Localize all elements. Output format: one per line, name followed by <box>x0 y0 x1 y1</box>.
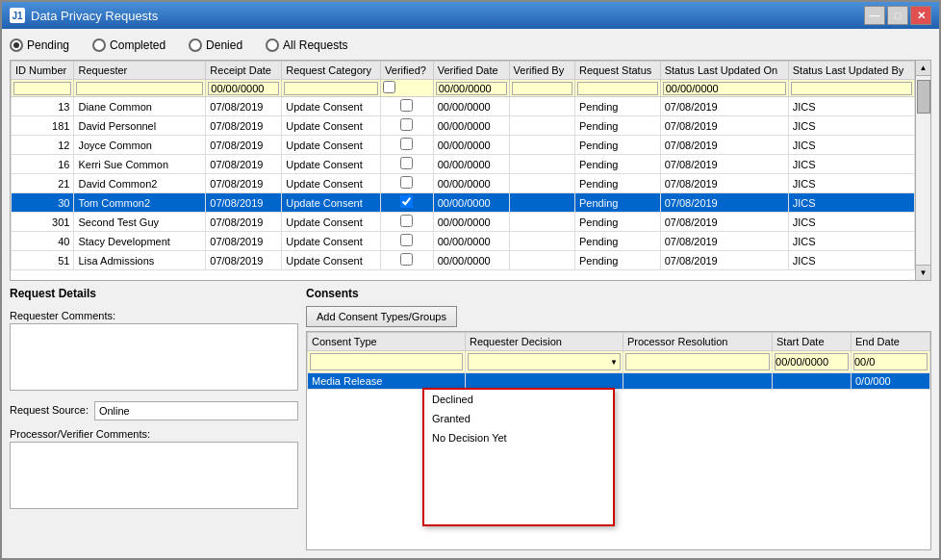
requester-decision-dropdown[interactable]: Declined Granted No Decision Yet <box>422 388 615 526</box>
verified-checkbox[interactable] <box>400 176 413 189</box>
filter-verified-date[interactable] <box>436 82 507 95</box>
table-row[interactable]: 301Second Test Guy07/08/2019Update Conse… <box>12 213 915 232</box>
content-area: Pending Completed Denied All Requests <box>2 29 939 558</box>
consents-table-wrapper: Consent Type Requester Decision Processo… <box>306 331 931 550</box>
radio-denied-circle[interactable] <box>189 38 202 52</box>
title-bar: J1 Data Privacy Requests — □ ✕ <box>2 2 939 29</box>
filter-status[interactable] <box>577 82 658 95</box>
processor-resolution-cell <box>623 373 772 390</box>
dropdown-item-granted[interactable]: Granted <box>424 409 613 428</box>
col-start-date: Start Date <box>773 333 852 351</box>
requester-comments-field: Requester Comments: <box>10 310 298 394</box>
verified-checkbox[interactable] <box>400 215 413 227</box>
radio-denied-label: Denied <box>206 38 242 52</box>
col-processor-resolution: Processor Resolution <box>623 333 772 351</box>
radio-all-label: All Requests <box>283 38 347 52</box>
col-end-date: End Date <box>851 333 929 351</box>
request-source-field: Request Source: <box>10 401 298 420</box>
col-request-status: Request Status <box>575 62 661 80</box>
verified-checkbox[interactable] <box>400 195 413 208</box>
processor-comments-label: Processor/Verifier Comments: <box>10 428 298 440</box>
col-requester: Requester <box>74 62 206 80</box>
requester-decision-select[interactable]: ▼ <box>468 353 621 370</box>
filter-status-updated-on[interactable] <box>663 82 786 95</box>
filter-verified[interactable] <box>383 81 395 93</box>
filter-id[interactable] <box>13 82 71 95</box>
add-consent-button[interactable]: Add Consent Types/Groups <box>306 306 457 327</box>
radio-all-circle[interactable] <box>266 38 279 52</box>
filter-processor-resolution[interactable] <box>625 353 770 370</box>
table-row-selected[interactable]: 30Tom Common207/08/2019Update Consent 00… <box>12 193 915 213</box>
scroll-up-arrow[interactable]: ▲ <box>916 61 930 76</box>
consents-table: Consent Type Requester Decision Processo… <box>307 332 930 390</box>
scroll-down-arrow[interactable]: ▼ <box>916 265 930 280</box>
processor-comments-input[interactable] <box>10 442 298 509</box>
add-consent-button-wrapper: Add Consent Types/Groups <box>306 306 931 327</box>
radio-denied[interactable]: Denied <box>189 38 242 52</box>
filter-radio-group: Pending Completed Denied All Requests <box>10 37 931 54</box>
table-row[interactable]: 12Joyce Common07/08/2019Update Consent 0… <box>12 136 915 155</box>
col-verified-by: Verified By <box>509 62 574 80</box>
request-details-panel: Request Details Requester Comments: Requ… <box>10 287 298 550</box>
table-row[interactable]: 40Stacy Development07/08/2019Update Cons… <box>12 232 915 251</box>
col-consent-type: Consent Type <box>308 333 466 351</box>
requests-table-section: ID Number Requester Receipt Date Request… <box>10 60 931 281</box>
radio-pending[interactable]: Pending <box>10 38 69 52</box>
verified-checkbox[interactable] <box>400 234 413 246</box>
consents-label: Consents <box>306 287 931 300</box>
table-row[interactable]: 181David Personnel07/08/2019Update Conse… <box>12 116 915 136</box>
verified-checkbox[interactable] <box>400 138 413 150</box>
filter-receipt-date[interactable] <box>208 82 279 95</box>
requests-table-container[interactable]: ID Number Requester Receipt Date Request… <box>11 61 930 280</box>
consents-panel: Consents Add Consent Types/Groups Consen… <box>306 287 931 550</box>
table-row[interactable]: 51Lisa Admissions07/08/2019Update Consen… <box>12 251 915 270</box>
end-date-cell: 0/0/000 <box>851 373 929 390</box>
verified-checkbox[interactable] <box>400 118 413 131</box>
dropdown-item-declined[interactable]: Declined <box>424 390 613 409</box>
consent-table-row[interactable]: Media Release 0/0/000 <box>308 373 930 390</box>
table-row[interactable]: 16Kerri Sue Common07/08/2019Update Conse… <box>12 155 915 174</box>
requester-decision-cell <box>465 373 623 390</box>
col-verified: Verified? <box>381 62 434 80</box>
window-title: Data Privacy Requests <box>31 9 158 23</box>
col-request-category: Request Category <box>282 62 381 80</box>
col-status-updated-by: Status Last Updated By <box>788 62 914 80</box>
verified-checkbox[interactable] <box>400 99 413 112</box>
minimize-button[interactable]: — <box>864 6 885 25</box>
col-requester-decision: Requester Decision <box>465 333 623 351</box>
main-window: J1 Data Privacy Requests — □ ✕ Pending C… <box>0 0 941 560</box>
bottom-section: Request Details Requester Comments: Requ… <box>10 287 931 550</box>
filter-end-date[interactable] <box>853 353 928 370</box>
table-row[interactable]: 13Diane Common07/08/2019Update Consent 0… <box>12 97 915 116</box>
filter-consent-type[interactable] <box>310 353 463 370</box>
col-id: ID Number <box>12 62 74 80</box>
verified-checkbox[interactable] <box>400 157 413 169</box>
filter-category[interactable] <box>284 82 378 95</box>
maximize-button[interactable]: □ <box>887 6 908 25</box>
close-button[interactable]: ✕ <box>910 6 931 25</box>
request-source-input[interactable] <box>94 401 298 420</box>
filter-requester[interactable] <box>76 82 203 95</box>
dropdown-arrow-icon: ▼ <box>610 358 618 367</box>
processor-comments-field: Processor/Verifier Comments: <box>10 428 298 512</box>
filter-status-updated-by[interactable] <box>791 82 912 95</box>
radio-pending-circle[interactable] <box>10 38 23 52</box>
scroll-thumb[interactable] <box>917 80 930 114</box>
requester-comments-label: Requester Comments: <box>10 310 298 321</box>
request-source-label: Request Source: <box>10 404 89 416</box>
table-scrollbar[interactable]: ▲ ▼ <box>915 61 930 280</box>
filter-start-date[interactable] <box>775 353 849 370</box>
start-date-cell <box>773 373 852 390</box>
table-row[interactable]: 21David Common207/08/2019Update Consent … <box>12 174 915 193</box>
verified-checkbox[interactable] <box>400 253 413 266</box>
dropdown-item-no-decision[interactable]: No Decision Yet <box>424 428 613 447</box>
radio-all[interactable]: All Requests <box>266 38 347 52</box>
filter-row <box>12 80 915 97</box>
radio-completed-circle[interactable] <box>92 38 106 52</box>
requester-comments-input[interactable] <box>10 323 298 391</box>
request-details-label: Request Details <box>10 287 298 300</box>
radio-completed[interactable]: Completed <box>92 38 165 52</box>
consent-type-cell: Media Release <box>308 373 466 390</box>
filter-verified-by[interactable] <box>512 82 572 95</box>
requests-table: ID Number Requester Receipt Date Request… <box>11 61 915 270</box>
